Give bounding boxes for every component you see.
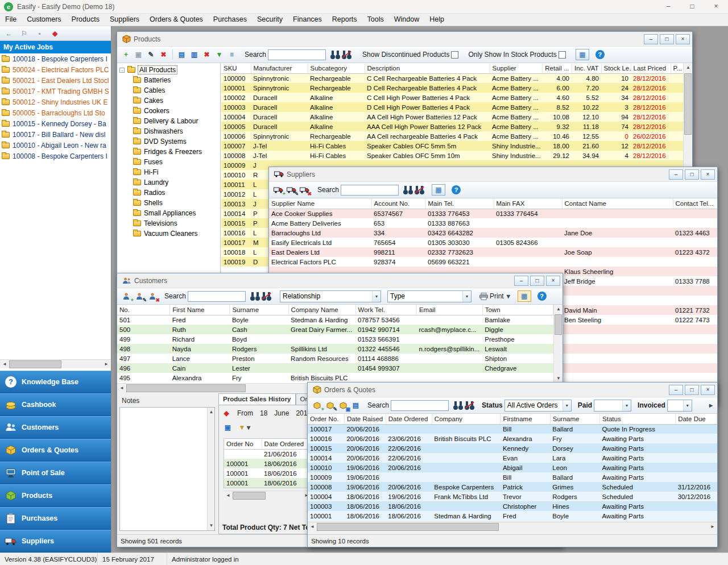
tree-category-item[interactable]: Laundry <box>119 177 220 188</box>
column-header[interactable]: Supplier Name <box>269 198 371 209</box>
tree-category-item[interactable]: Small Appliances <box>119 208 220 218</box>
tab-product-sales-history[interactable]: Product Sales History <box>218 393 296 405</box>
table-row[interactable]: 499RichardBoyd01523 566391Presthope <box>117 334 553 344</box>
grid-settings-button[interactable]: ▦ <box>576 49 589 60</box>
column-header[interactable]: Account No. <box>371 198 425 209</box>
column-header[interactable]: Main Tel. <box>425 198 494 209</box>
column-header[interactable]: SKU <box>221 63 251 73</box>
column-header[interactable]: Contact Name <box>562 198 673 209</box>
tree-category-item[interactable]: Fuses <box>119 157 220 167</box>
table-row[interactable]: 100004DuracellAlkalineAA Cell High Power… <box>221 112 683 122</box>
column-header[interactable]: Company <box>432 414 500 424</box>
tree-category-item[interactable]: Hi-Fi <box>119 167 220 177</box>
table-row[interactable]: Barracloughs Ltd33403423 6643282Jane Doe… <box>269 228 717 238</box>
sidebar-item-products[interactable]: Products <box>0 484 111 507</box>
column-header[interactable]: Retail ... <box>542 63 572 73</box>
minimize-button[interactable]: – <box>656 0 680 13</box>
copy-product-icon[interactable]: ▣ <box>133 49 144 60</box>
grid-settings-button[interactable]: ▦ <box>432 184 445 196</box>
product-options-icon[interactable]: ≡ <box>226 49 237 60</box>
table-row[interactable]: 10001520/06/201622/06/2016KennedyDorseyA… <box>308 443 717 453</box>
column-header[interactable]: No. <box>117 305 170 315</box>
tree-expander-icon[interactable]: - <box>119 68 125 73</box>
column-header[interactable]: Town <box>482 305 553 315</box>
table-row[interactable]: 100000SpinnytronicRechargeableC Cell Rec… <box>221 73 683 83</box>
table-row[interactable]: 100001SpinnytronicRechargeableD Cell Rec… <box>221 83 683 93</box>
tree-category-item[interactable]: Cookers <box>119 106 220 116</box>
column-header[interactable]: Manufacturer <box>251 63 308 73</box>
table-row[interactable]: 10000118/06/201618/06/2016Stedman & Hard… <box>308 511 717 521</box>
table-row[interactable]: 10000919/06/2016BillBallardAwaiting Part… <box>308 472 717 482</box>
table-row[interactable]: 100006SpinnytronicRechargeableAA Cell re… <box>221 131 683 141</box>
toolbar-overflow-icon[interactable]: ▸ <box>708 400 714 410</box>
help-icon[interactable]: ? <box>537 292 547 301</box>
tree-category-item[interactable]: Cables <box>119 85 220 95</box>
column-header[interactable]: Contact Tel... <box>673 198 717 209</box>
goods-in-icon[interactable]: ▤ <box>176 49 187 60</box>
stock-level-icon[interactable]: ▼ <box>214 49 225 60</box>
customer-search-input[interactable] <box>188 291 246 302</box>
table-row[interactable]: 500RuthCashGreat Dairy Farmer...01942 99… <box>117 325 553 334</box>
column-header[interactable]: Date Ordered <box>386 414 432 424</box>
order-notes-icon[interactable]: ▤ <box>350 400 361 410</box>
orders-horizontal-scrollbar[interactable]: ◄ ► <box>308 522 717 531</box>
column-header[interactable]: Main FAX <box>494 198 562 209</box>
tree-category-item[interactable]: Dishwashers <box>119 126 220 136</box>
pin-icon[interactable]: ⚐ <box>19 28 30 39</box>
orders-window-titlebar[interactable]: Orders & Quotes – □ × <box>308 383 717 397</box>
save-icon[interactable]: ▣ <box>222 422 233 433</box>
product-notes-icon[interactable]: ▥ <box>189 49 200 60</box>
lock-icon[interactable]: ▪ <box>34 28 45 39</box>
find-icon[interactable] <box>250 292 260 301</box>
scroll-thumb[interactable] <box>684 73 692 135</box>
tree-category-item[interactable]: Cakes <box>119 95 220 106</box>
orders-maximize-button[interactable]: □ <box>685 385 699 395</box>
clear-search-icon[interactable] <box>415 186 424 194</box>
products-close-button[interactable]: × <box>676 34 690 44</box>
column-header[interactable]: Supplier <box>490 63 542 73</box>
suppliers-close-button[interactable]: × <box>701 169 715 180</box>
scroll-left-arrow[interactable]: ◄ <box>117 384 126 393</box>
filter-arrow-icon[interactable]: ▾ <box>246 422 251 433</box>
tree-category-item[interactable]: Fridges & Freezers <box>119 147 220 157</box>
tree-root-all-products[interactable]: - All Products <box>119 65 220 75</box>
column-header[interactable]: Date Raised <box>344 414 386 424</box>
print-label[interactable]: Print <box>490 292 504 300</box>
paid-dropdown[interactable]: ▾ <box>594 400 631 412</box>
column-header[interactable]: Order No <box>224 439 262 449</box>
sidebar-item-purchases[interactable]: Purchases <box>0 507 111 530</box>
scroll-thumb[interactable] <box>126 384 246 392</box>
column-header[interactable]: Date Due <box>676 414 717 424</box>
table-row[interactable]: Ace Cooker Supplies6537456701333 7764530… <box>269 209 717 218</box>
table-row[interactable]: 498NaydaRodgersSpillikins Ltd01322 44554… <box>117 344 553 354</box>
table-row[interactable]: 496CainLester01454 999307Chedgrave <box>117 363 553 373</box>
column-header[interactable]: Subcategory <box>308 63 365 73</box>
menu-item[interactable]: Products <box>67 14 105 26</box>
add-supplier-icon[interactable]: + <box>272 185 284 195</box>
edit-customer-icon[interactable]: ✎ <box>134 291 145 301</box>
tree-category-item[interactable]: DVD Systems <box>119 136 220 147</box>
job-item[interactable]: 500012 - Shiny Industries UK E <box>0 97 111 107</box>
customer-notes-field[interactable]: ▲ ▼ <box>119 407 215 531</box>
job-item[interactable]: 100017 - Bill Ballard - New disl <box>0 129 111 140</box>
job-item[interactable]: 500024 - Electrical Factors PLC <box>0 64 111 75</box>
scroll-up-arrow[interactable]: ▲ <box>684 63 693 72</box>
delete-supplier-icon[interactable]: ✖ <box>299 185 310 195</box>
find-icon[interactable] <box>453 401 463 410</box>
job-item[interactable]: 500005 - Barracloughs Ltd Sto <box>0 107 111 118</box>
job-item[interactable]: 100018 - Bespoke Carpenters I <box>0 53 111 64</box>
table-row[interactable]: East Dealers Ltd99821102332 7732623Joe S… <box>269 247 717 257</box>
column-header[interactable]: Description <box>365 63 490 73</box>
show-discontinued-checkbox[interactable] <box>451 51 458 59</box>
delete-product-icon[interactable]: ✖ <box>158 49 169 60</box>
help-icon[interactable]: ? <box>452 185 461 194</box>
tree-category-item[interactable]: Delivery & Labour <box>119 116 220 126</box>
supplier-search-input[interactable] <box>341 185 399 196</box>
close-button[interactable]: × <box>704 0 728 13</box>
jobs-horizontal-scrollbar[interactable]: ◄ ► <box>0 359 111 368</box>
job-item[interactable]: 100008 - Bespoke Carpenters I <box>0 151 111 161</box>
add-customer-icon[interactable]: + <box>121 291 132 301</box>
table-row[interactable]: 100007J-TelHi-Fi CablesSpeaker Cables OF… <box>221 141 683 151</box>
suppliers-minimize-button[interactable]: – <box>669 169 683 180</box>
add-order-icon[interactable]: + <box>311 400 322 410</box>
